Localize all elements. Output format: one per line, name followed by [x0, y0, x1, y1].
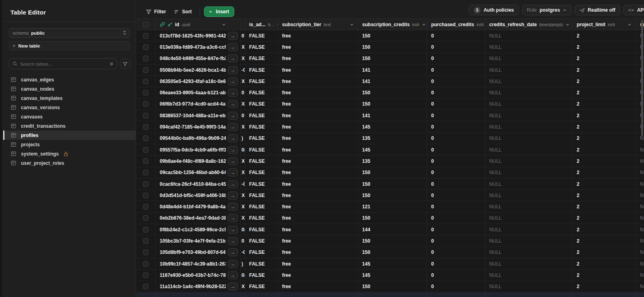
sidebar-table-item[interactable]: system_settings	[3, 149, 136, 158]
table-row[interactable]: 09557f5a-0dcb-4cb9-a6fb-fff366... → 0( F…	[136, 144, 644, 156]
row-checkbox[interactable]	[143, 135, 149, 141]
expand-row-button[interactable]: →	[228, 260, 238, 268]
column-header-subscription-tier[interactable]: subscription_tier text	[278, 19, 358, 30]
vertical-scrollbar[interactable]	[641, 20, 643, 136]
row-checkbox[interactable]	[143, 284, 149, 289]
table-row[interactable]: 08386537-10d4-488a-a11e-eb5a6... → 0 FAL…	[136, 110, 644, 121]
chevrons-down-icon[interactable]	[109, 60, 114, 68]
row-checkbox[interactable]	[143, 90, 149, 96]
table-row[interactable]: 013cf78d-1625-43fc-9961-442189... → 0 FA…	[136, 30, 644, 42]
expand-row-button[interactable]: →	[228, 146, 238, 154]
table-row[interactable]: 0d3d541d-bf5c-459f-a406-16b93... → X FAL…	[136, 190, 644, 201]
row-checkbox[interactable]	[143, 238, 149, 244]
new-table-button[interactable]: + New table	[9, 41, 130, 50]
row-checkbox[interactable]	[143, 170, 149, 175]
row-checkbox[interactable]	[143, 44, 149, 50]
row-checkbox[interactable]	[143, 56, 149, 61]
expand-row-button[interactable]: →	[228, 191, 238, 199]
column-header-id[interactable]: id uuid	[156, 19, 241, 30]
sidebar-table-item[interactable]: canvases	[3, 112, 136, 121]
row-checkbox[interactable]	[143, 147, 149, 153]
expand-row-button[interactable]: →	[228, 214, 238, 222]
row-checkbox[interactable]	[143, 101, 149, 107]
table-row[interactable]: 0d48e4d4-b1bf-4479-9a8b-4a4b... → X FALS…	[136, 201, 644, 212]
role-select-button[interactable]: Role postgres	[522, 5, 572, 15]
chevron-down-icon[interactable]	[222, 23, 226, 27]
expand-row-button[interactable]: →	[228, 248, 238, 256]
table-row[interactable]: 09b8ae4e-f48c-4f89-8a8c-1629b... → X FAL…	[136, 156, 644, 167]
expand-row-button[interactable]: →	[228, 271, 238, 279]
sidebar-table-item[interactable]: canvas_versions	[3, 103, 136, 112]
row-checkbox[interactable]	[143, 204, 149, 210]
row-checkbox[interactable]	[143, 79, 149, 84]
column-header-is-admin[interactable]: is_ad... b...	[245, 19, 278, 30]
row-checkbox[interactable]	[143, 215, 149, 221]
select-all-checkbox[interactable]	[143, 22, 149, 27]
sidebar-filter-button[interactable]	[120, 59, 130, 69]
column-header-truncated[interactable]	[241, 19, 245, 30]
expand-row-button[interactable]: →	[228, 134, 238, 142]
row-checkbox[interactable]	[143, 158, 149, 164]
expand-row-button[interactable]: →	[228, 89, 238, 97]
sidebar-table-item[interactable]: credit_transactions	[3, 121, 136, 131]
chevron-down-icon[interactable]	[350, 23, 354, 27]
row-checkbox[interactable]	[143, 113, 149, 118]
column-header-credits-refresh-date[interactable]: credits_refresh_date timestamptz	[485, 19, 573, 30]
sidebar-table-item[interactable]: canvas_edges	[3, 75, 136, 84]
expand-row-button[interactable]: →	[228, 32, 238, 40]
table-row[interactable]: 09544b0c-ba9b-496a-9b09-244... → ) FALSE…	[136, 133, 644, 144]
sidebar-table-item[interactable]: projects	[3, 140, 136, 149]
table-row[interactable]: 1167e930-e5b0-43b7-b74c-788c9... → 0( FA…	[136, 270, 644, 281]
sort-button[interactable]: Sort	[170, 6, 196, 17]
sidebar-table-item[interactable]: canvas_templates	[3, 93, 136, 103]
expand-row-button[interactable]: →	[228, 203, 238, 211]
expand-row-button[interactable]: →	[228, 157, 238, 165]
table-row[interactable]: 105bc3b7-03fe-4e7f-9efa-21bb40... → 0 FA…	[136, 235, 644, 247]
expand-row-button[interactable]: →	[228, 66, 238, 74]
sidebar-table-item[interactable]: canvas_nodes	[3, 84, 136, 93]
expand-row-button[interactable]: →	[228, 77, 238, 85]
row-checkbox[interactable]	[143, 193, 149, 198]
column-header-subscription-credits[interactable]: subscription_credits int4	[358, 19, 427, 30]
schema-select[interactable]: schema public	[9, 28, 130, 38]
table-row[interactable]: 0508b94b-5ee2-4626-bca1-4bca... → -0 FAL…	[136, 64, 644, 76]
expand-row-button[interactable]: →	[228, 282, 238, 291]
table-row[interactable]: 0cac6fca-26cf-4510-84ba-c4580... → -0 FA…	[136, 179, 644, 190]
column-header-purchased-credits[interactable]: purchased_credits int4	[427, 19, 485, 30]
expand-row-button[interactable]: →	[228, 112, 238, 120]
expand-row-button[interactable]: →	[228, 180, 238, 188]
table-row[interactable]: 10b99c1f-4857-4c39-a8b1-263b8... → ) FAL…	[136, 258, 644, 270]
search-tables-input[interactable]: Search tables...	[9, 58, 117, 69]
sidebar-table-item[interactable]: user_project_roles	[3, 158, 136, 168]
row-checkbox[interactable]	[143, 272, 149, 278]
table-row[interactable]: 0f8b24e2-c1c2-4589-99ce-2c52d... → 0( FA…	[136, 224, 644, 235]
expand-row-button[interactable]: →	[228, 226, 238, 234]
row-checkbox[interactable]	[143, 124, 149, 130]
expand-row-button[interactable]: →	[228, 168, 238, 177]
filter-button[interactable]: Filter	[142, 6, 170, 17]
chevron-down-icon[interactable]	[627, 23, 632, 27]
table-row[interactable]: 105d8bf9-e703-49bd-807d-645e... → -0 FAL…	[136, 247, 644, 258]
row-checkbox[interactable]	[143, 67, 149, 73]
realtime-button[interactable]: Realtime off	[575, 5, 620, 15]
expand-row-button[interactable]: →	[228, 100, 238, 108]
table-row[interactable]: 09cac5bb-1256-46bd-ab60-64ed... → X FALS…	[136, 167, 644, 179]
expand-row-button[interactable]: →	[228, 237, 238, 245]
chevron-down-icon[interactable]	[566, 23, 570, 27]
table-row[interactable]: 06eaee33-8905-4aaa-b121-ab552... → 0 FAL…	[136, 87, 644, 98]
table-row[interactable]: 094caf42-7185-4e45-99f3-14abee... → X FA…	[136, 121, 644, 133]
row-checkbox[interactable]	[143, 33, 149, 39]
table-row[interactable]: 048c4e50-b989-455e-847e-fb2f... → X FALS…	[136, 53, 644, 64]
table-row[interactable]: 0eb2b676-38ed-4ea7-9dad-38e6... → X FALS…	[136, 213, 644, 224]
row-checkbox[interactable]	[143, 227, 149, 233]
expand-row-button[interactable]: →	[228, 54, 238, 62]
insert-button[interactable]: Insert	[204, 6, 234, 17]
row-checkbox[interactable]	[143, 181, 149, 187]
chevron-down-icon[interactable]	[422, 23, 426, 27]
table-row[interactable]: 11a114cb-1a4c-49f4-9b28-52219ec... → X F…	[136, 281, 644, 293]
table-row[interactable]: 063505e5-4293-4faf-a18c-0e65b... → X FAL…	[136, 76, 644, 87]
row-checkbox[interactable]	[143, 261, 149, 267]
expand-row-button[interactable]: →	[228, 43, 238, 51]
row-checkbox[interactable]	[143, 249, 149, 255]
api-docs-button[interactable]: <> API Do	[623, 5, 644, 15]
